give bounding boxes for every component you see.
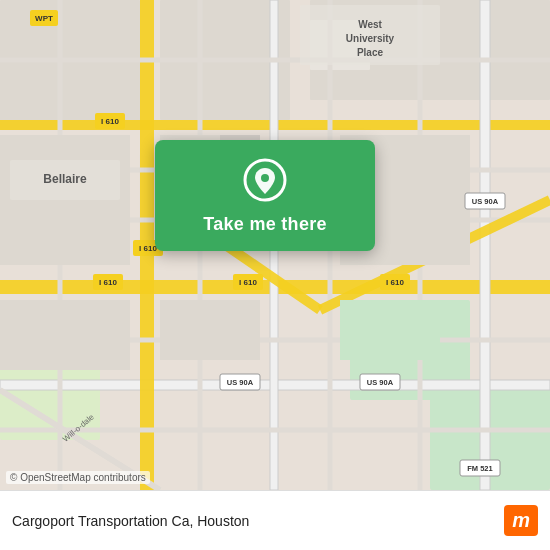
svg-rect-32 (160, 300, 260, 360)
svg-rect-31 (0, 300, 130, 370)
svg-text:US 90A: US 90A (227, 378, 254, 387)
svg-rect-5 (0, 0, 140, 130)
svg-rect-33 (340, 300, 440, 360)
map-copyright: © OpenStreetMap contributors (6, 471, 150, 484)
take-me-there-button[interactable]: Take me there (203, 214, 327, 235)
moovit-logo: m (504, 505, 538, 536)
location-name: Cargoport Transportation Ca, Houston (12, 513, 249, 529)
svg-point-62 (261, 174, 269, 182)
svg-text:US 90A: US 90A (367, 378, 394, 387)
svg-text:Place: Place (357, 47, 384, 58)
popup-card: Take me there (155, 140, 375, 251)
svg-text:US 90A: US 90A (472, 197, 499, 206)
svg-text:I 610: I 610 (386, 278, 404, 287)
svg-text:I 610: I 610 (101, 117, 119, 126)
svg-text:I 610: I 610 (239, 278, 257, 287)
bottom-bar: Cargoport Transportation Ca, Houston m (0, 490, 550, 550)
svg-text:West: West (358, 19, 382, 30)
moovit-brand: m (504, 505, 538, 536)
svg-text:University: University (346, 33, 395, 44)
svg-text:WPT: WPT (35, 14, 53, 23)
map-container: I 610 I 610 I 610 I 610 I 610 US 90A US … (0, 0, 550, 490)
svg-text:I 610: I 610 (99, 278, 117, 287)
svg-text:Bellaire: Bellaire (43, 172, 87, 186)
svg-text:FM 521: FM 521 (467, 464, 492, 473)
location-pin-icon (243, 158, 287, 202)
svg-rect-13 (480, 0, 490, 490)
